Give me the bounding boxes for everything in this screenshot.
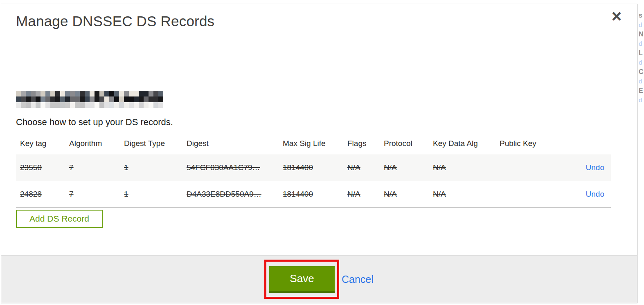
mosaic-pixel (50, 96, 55, 102)
mosaic-pixel (36, 96, 41, 102)
mosaic-pixel (153, 91, 158, 96)
mosaic-pixel (80, 91, 85, 96)
cell-algorithm: 7 (65, 181, 120, 208)
column-header: Key Data Alg (429, 133, 495, 154)
cell-protocol: N/A (380, 181, 429, 208)
dnssec-modal: Manage DNSSEC DS Records × Choose how to… (1, 4, 637, 303)
background-text-fragment: E (639, 87, 643, 94)
mosaic-pixel (16, 96, 21, 102)
column-header: Flags (343, 133, 380, 154)
mosaic-pixel (158, 96, 163, 102)
add-ds-record-button[interactable]: Add DS Record (16, 210, 103, 228)
cell-max_sig_life: 1814400 (279, 154, 343, 181)
mosaic-pixel (104, 96, 109, 102)
cell-action: Undo (561, 181, 611, 208)
background-text-fragment: d (639, 97, 642, 103)
mosaic-pixel (139, 96, 144, 102)
cell-value: N/A (433, 163, 446, 172)
cell-value: N/A (433, 190, 446, 198)
background-text-fragment: d (639, 78, 642, 84)
close-icon[interactable]: × (608, 7, 625, 25)
mosaic-pixel (41, 96, 45, 102)
background-text-fragment: s (639, 12, 642, 19)
cell-value: 1 (124, 163, 128, 172)
mosaic-pixel (31, 96, 36, 102)
mosaic-pixel (85, 102, 90, 108)
mosaic-pixel (70, 96, 75, 102)
cell-key_data_alg: N/A (429, 181, 495, 208)
cell-flags: N/A (343, 154, 380, 181)
mosaic-pixel (45, 96, 50, 102)
cell-value: N/A (347, 163, 360, 172)
cell-value: 7 (69, 190, 74, 198)
mosaic-pixel (21, 91, 26, 96)
mosaic-pixel (16, 91, 21, 96)
mosaic-pixel (139, 91, 144, 96)
cell-value: 1814400 (283, 163, 313, 172)
mosaic-pixel (75, 96, 80, 102)
cell-value: D4A33E8DD550A9… (187, 190, 261, 198)
mosaic-pixel (158, 102, 163, 108)
mosaic-pixel (90, 102, 95, 108)
column-header: Protocol (380, 133, 429, 154)
undo-link[interactable]: Undo (586, 163, 604, 172)
mosaic-pixel (26, 102, 31, 108)
cell-value: 54FCF030AA1C79… (187, 163, 260, 172)
mosaic-pixel (45, 102, 50, 108)
column-header: Algorithm (65, 133, 120, 154)
mosaic-pixel (21, 102, 26, 108)
mosaic-pixel (129, 91, 134, 96)
table-row: 235507154FCF030AA1C79…1814400N/AN/AN/AUn… (16, 154, 611, 181)
background-text-fragment: L (639, 50, 643, 56)
mosaic-pixel (21, 96, 26, 102)
mosaic-pixel (149, 91, 153, 96)
column-header (561, 133, 611, 154)
cell-max_sig_life: 1814400 (279, 181, 343, 208)
column-header: Digest (182, 133, 279, 154)
mosaic-pixel (144, 102, 149, 108)
cell-value: 7 (69, 163, 74, 172)
cell-public_key (495, 181, 561, 208)
mosaic-pixel (124, 102, 129, 108)
page-title: Manage DNSSEC DS Records (16, 13, 214, 29)
mosaic-pixel (80, 96, 85, 102)
mosaic-pixel (114, 102, 119, 108)
mosaic-pixel (153, 96, 158, 102)
cell-key_tag: 23550 (16, 154, 65, 181)
mosaic-pixel (31, 91, 36, 96)
cell-digest: D4A33E8DD550A9… (182, 181, 279, 208)
mosaic-pixel (90, 91, 95, 96)
mosaic-pixel (139, 102, 144, 108)
mosaic-pixel (95, 96, 99, 102)
mosaic-pixel (16, 102, 21, 108)
mosaic-pixel (99, 102, 104, 108)
cell-protocol: N/A (380, 154, 429, 181)
mosaic-pixel (158, 91, 163, 96)
mosaic-pixel (41, 102, 45, 108)
mosaic-pixel (104, 91, 109, 96)
cell-value: 1 (124, 190, 128, 198)
mosaic-pixel (119, 102, 124, 108)
mosaic-pixel (129, 96, 134, 102)
save-button[interactable]: Save (269, 266, 335, 293)
mosaic-pixel (70, 102, 75, 108)
mosaic-pixel (134, 91, 139, 96)
mosaic-pixel (65, 102, 70, 108)
mosaic-pixel (55, 91, 60, 96)
cell-value: N/A (384, 190, 397, 198)
modal-footer: Save Cancel (1, 255, 637, 303)
mosaic-pixel (99, 91, 104, 96)
cancel-link[interactable]: Cancel (342, 273, 374, 286)
background-text-fragment: d (639, 22, 642, 28)
mosaic-pixel (134, 102, 139, 108)
mosaic-pixel (36, 102, 41, 108)
cell-value: N/A (347, 190, 360, 198)
mosaic-pixel (149, 96, 153, 102)
column-header: Public Key (495, 133, 561, 154)
mosaic-pixel (153, 102, 158, 108)
mosaic-pixel (26, 96, 31, 102)
cell-public_key (495, 154, 561, 181)
mosaic-pixel (45, 91, 50, 96)
undo-link[interactable]: Undo (586, 190, 604, 198)
screenshot-stage: sdNdLdCdEd Manage DNSSEC DS Records × Ch… (0, 0, 644, 305)
